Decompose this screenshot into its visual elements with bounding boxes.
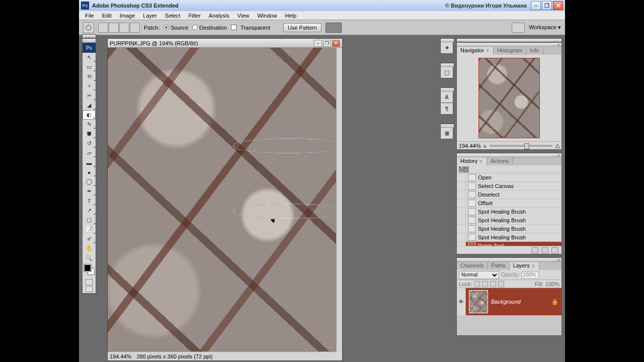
- history-item[interactable]: Spot Healing Brush: [457, 233, 561, 242]
- marquee-tool-icon[interactable]: ▭: [83, 62, 96, 72]
- crop-tool-icon[interactable]: ✂: [83, 91, 96, 101]
- tab-paths[interactable]: Paths: [488, 262, 509, 270]
- close-button[interactable]: ✕: [553, 1, 563, 10]
- pen-tool-icon[interactable]: ✒: [83, 187, 96, 196]
- history-item[interactable]: Deselect: [457, 191, 561, 199]
- layer-visibility-icon[interactable]: 👁: [457, 288, 466, 315]
- source-radio[interactable]: Source: [164, 25, 188, 31]
- menu-file[interactable]: File: [81, 12, 98, 20]
- selection-new-icon[interactable]: [98, 23, 108, 33]
- history-item[interactable]: Spot Healing Brush: [457, 208, 561, 216]
- history-item-current[interactable]: ▸Patch Tool: [457, 242, 561, 246]
- menu-select[interactable]: Select: [161, 12, 185, 20]
- doc-minimize-button[interactable]: –: [314, 40, 322, 47]
- history-item[interactable]: Spot Healing Brush: [457, 216, 561, 225]
- tab-history[interactable]: History✕: [457, 157, 487, 165]
- destination-radio[interactable]: Destination: [192, 25, 227, 31]
- tab-histogram[interactable]: Histogram: [494, 47, 526, 55]
- menu-view[interactable]: View: [233, 12, 254, 20]
- strip-icon-4[interactable]: ¶: [440, 103, 453, 115]
- eyedropper-tool-icon[interactable]: ✐: [83, 234, 96, 244]
- healing-tool-icon[interactable]: ◐: [83, 110, 96, 120]
- zoom-slider[interactable]: [490, 145, 552, 147]
- tab-navigator[interactable]: Navigator✕: [457, 47, 494, 55]
- workspace-menu[interactable]: Workspace ▾: [529, 24, 561, 31]
- transparent-checkbox[interactable]: [231, 25, 236, 30]
- pattern-swatch[interactable]: [326, 23, 342, 33]
- selection-add-icon[interactable]: [109, 23, 119, 33]
- navigator-thumbnail[interactable]: [478, 58, 540, 138]
- vertical-scrollbar[interactable]: [336, 48, 342, 351]
- shape-tool-icon[interactable]: ▢: [83, 215, 96, 225]
- lasso-tool-icon[interactable]: ⟲: [83, 72, 96, 81]
- tab-layers[interactable]: Layers✕: [510, 262, 539, 270]
- layer-thumbnail[interactable]: [469, 290, 488, 313]
- doc-close-button[interactable]: ✕: [332, 40, 340, 47]
- zoom-in-icon[interactable]: △: [555, 142, 559, 149]
- lock-position-icon[interactable]: [490, 281, 496, 287]
- blur-tool-icon[interactable]: ●: [83, 167, 96, 177]
- lock-transparent-icon[interactable]: [474, 281, 480, 287]
- history-item[interactable]: Spot Healing Brush: [457, 225, 561, 233]
- hand-tool-icon[interactable]: ✋: [83, 244, 96, 253]
- zoom-tool-icon[interactable]: 🔍: [83, 253, 96, 263]
- options-bar: Patch: Source Destination Transparent Us…: [79, 20, 565, 35]
- strip-icon-2[interactable]: ⬚: [440, 67, 453, 78]
- screenmode-icon[interactable]: [86, 286, 93, 292]
- blend-mode-select[interactable]: Normal: [459, 271, 499, 279]
- layer-name[interactable]: Background: [491, 299, 551, 305]
- notes-tool-icon[interactable]: 📝: [83, 225, 96, 234]
- opacity-field[interactable]: 100%: [522, 272, 539, 279]
- fill-field[interactable]: 100%: [545, 281, 559, 287]
- menu-image[interactable]: Image: [116, 12, 139, 20]
- menu-edit[interactable]: Edit: [98, 12, 116, 20]
- selection-subtract-icon[interactable]: [119, 23, 129, 33]
- maximize-button[interactable]: ❐: [542, 1, 552, 10]
- brush-tool-icon[interactable]: ✎: [83, 120, 96, 129]
- strip-icon-5[interactable]: ≣: [440, 128, 453, 139]
- menu-analysis[interactable]: Analysis: [205, 12, 233, 20]
- menu-window[interactable]: Window: [253, 12, 281, 20]
- stamp-tool-icon[interactable]: ⛊: [83, 129, 96, 139]
- menu-filter[interactable]: Filter: [184, 12, 204, 20]
- history-new-icon[interactable]: [541, 247, 548, 253]
- wand-tool-icon[interactable]: ✧: [83, 81, 96, 91]
- history-snapshot-icon[interactable]: [531, 247, 538, 253]
- color-swatches[interactable]: [83, 263, 96, 278]
- tab-channels[interactable]: Channels: [457, 262, 488, 270]
- doc-maximize-button[interactable]: ❐: [323, 40, 331, 47]
- bridge-icon[interactable]: [512, 23, 525, 33]
- dodge-tool-icon[interactable]: ◯: [83, 177, 96, 187]
- zoom-value[interactable]: 194.44%: [110, 353, 131, 359]
- history-trash-icon[interactable]: [551, 247, 558, 253]
- tab-actions[interactable]: Actions: [487, 157, 513, 165]
- gradient-tool-icon[interactable]: ▬: [83, 158, 96, 167]
- quickmask-icon[interactable]: [86, 279, 93, 285]
- lock-paint-icon[interactable]: [482, 281, 488, 287]
- strip-icon-3[interactable]: A: [440, 92, 453, 103]
- document-canvas[interactable]: [108, 48, 336, 351]
- history-item[interactable]: Offset: [457, 199, 561, 208]
- slice-tool-icon[interactable]: ◢: [83, 101, 96, 110]
- history-brush-icon[interactable]: ↺: [83, 139, 96, 148]
- layer-row[interactable]: 👁 Background 🔒: [457, 288, 561, 315]
- tab-info[interactable]: Info: [526, 47, 543, 55]
- menu-layer[interactable]: Layer: [139, 12, 161, 20]
- history-snapshot[interactable]: [457, 165, 561, 173]
- zoom-out-icon[interactable]: ▵: [484, 142, 487, 149]
- history-item[interactable]: Select Canvas: [457, 182, 561, 191]
- eraser-tool-icon[interactable]: ▱: [83, 148, 96, 158]
- minimize-button[interactable]: –: [531, 1, 541, 10]
- move-tool-icon[interactable]: ↖: [83, 53, 96, 62]
- lock-all-icon[interactable]: [498, 281, 504, 287]
- tool-preset-icon[interactable]: [83, 22, 94, 33]
- use-pattern-button[interactable]: Use Pattern: [283, 23, 321, 32]
- selection-intersect-icon[interactable]: [130, 23, 140, 33]
- path-tool-icon[interactable]: ↗: [83, 206, 96, 215]
- navigator-zoom-value[interactable]: 194.44%: [459, 143, 480, 149]
- strip-icon-1[interactable]: ✦: [440, 42, 453, 54]
- history-item[interactable]: Open: [457, 173, 561, 182]
- menu-help[interactable]: Help: [281, 12, 301, 20]
- type-tool-icon[interactable]: T: [83, 196, 96, 206]
- foreground-color-icon[interactable]: [84, 264, 91, 272]
